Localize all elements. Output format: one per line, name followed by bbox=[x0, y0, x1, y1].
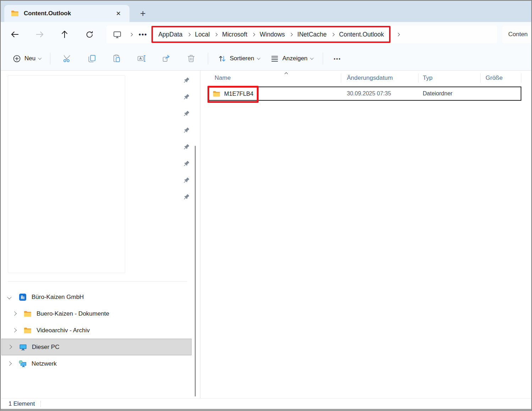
annotation-box-breadcrumb: AppData Local Microsoft Windows INetCach… bbox=[151, 26, 390, 43]
sort-button-label: Sortieren bbox=[230, 55, 254, 62]
pin-icon bbox=[182, 193, 190, 201]
chevron-right-icon bbox=[252, 33, 255, 36]
share-icon bbox=[162, 54, 171, 63]
file-row-m1e7flb4[interactable]: M1E7FLB4 30.09.2025 07:35 Dateiordner bbox=[208, 87, 521, 101]
chevron-right-icon bbox=[187, 33, 190, 36]
sidebar-item-netzwerk[interactable]: Netzwerk bbox=[1, 355, 200, 372]
view-button[interactable]: Anzeigen bbox=[265, 51, 318, 66]
back-button[interactable] bbox=[7, 27, 23, 42]
breadcrumb-item-appdata[interactable]: AppData bbox=[158, 31, 182, 38]
sort-arrows-icon bbox=[218, 54, 227, 63]
column-header-modified[interactable]: Änderungsdatum bbox=[341, 71, 419, 85]
sidebar-item-label: Netzwerk bbox=[32, 360, 57, 367]
sidebar-item-label: Dieser PC bbox=[32, 344, 59, 351]
monitor-icon bbox=[113, 30, 122, 39]
sort-button[interactable]: Sortieren bbox=[212, 51, 265, 66]
chevron-down-icon bbox=[257, 56, 260, 60]
new-button[interactable]: Neu bbox=[8, 51, 46, 66]
plus-icon: + bbox=[140, 8, 146, 19]
folder-icon bbox=[23, 310, 32, 318]
network-icon bbox=[18, 360, 27, 368]
tab-close-button[interactable]: ✕ bbox=[114, 9, 123, 18]
rename-button[interactable] bbox=[129, 51, 154, 66]
file-type: Dateiordner bbox=[419, 90, 481, 97]
breadcrumb-item-microsoft[interactable]: Microsoft bbox=[222, 31, 247, 38]
sidebar-item-label: Buero-Kaizen - Dokumente bbox=[37, 310, 109, 317]
chevron-right-icon[interactable] bbox=[12, 328, 16, 332]
sidebar-item-label: Videoarchiv - Archiv bbox=[37, 327, 90, 334]
refresh-button[interactable] bbox=[82, 27, 97, 42]
chevron-down-icon bbox=[310, 56, 314, 60]
chevron-right-icon[interactable] bbox=[7, 345, 12, 349]
chevron-right-icon bbox=[129, 33, 133, 36]
list-lines-icon bbox=[270, 54, 279, 63]
status-bar: 1 Element bbox=[1, 398, 531, 409]
tab-content-outlook[interactable]: Content.Outlook ✕ bbox=[4, 5, 129, 22]
sidebar-item-dieser-pc[interactable]: Dieser PC bbox=[1, 339, 192, 355]
command-bar: Neu bbox=[1, 47, 531, 71]
navigation-bar: ••• AppData Local Microsoft Windows INet… bbox=[1, 22, 531, 47]
sidebar-item-buero-kaizen-dokumente[interactable]: Buero-Kaizen - Dokumente bbox=[1, 305, 200, 322]
sidebar-item-buero-kaizen-gmbh[interactable]: Büro-Kaizen GmbH bbox=[1, 289, 200, 305]
delete-button[interactable] bbox=[179, 51, 204, 66]
scissors-icon bbox=[62, 54, 72, 63]
column-header-type[interactable]: Typ bbox=[419, 71, 481, 85]
sidebar-divider bbox=[8, 281, 187, 282]
breadcrumb-item-inetcache[interactable]: INetCache bbox=[297, 31, 327, 38]
cut-button[interactable] bbox=[55, 51, 79, 66]
share-button[interactable] bbox=[154, 51, 179, 66]
column-header-size[interactable]: Größe bbox=[481, 71, 521, 85]
copy-icon bbox=[87, 54, 96, 63]
arrow-right-icon bbox=[35, 30, 44, 39]
breadcrumb-bar: ••• AppData Local Microsoft Windows INet… bbox=[106, 26, 497, 43]
file-list-pane: Name Änderungsdatum Typ Größe M1E7FLB4 3… bbox=[200, 71, 531, 398]
file-name: M1E7FLB4 bbox=[224, 90, 254, 97]
paste-button[interactable] bbox=[104, 51, 129, 66]
pin-icon bbox=[182, 93, 190, 101]
organization-icon bbox=[18, 293, 27, 301]
toolbar-divider bbox=[208, 52, 208, 65]
more-options-button[interactable]: ••• bbox=[327, 51, 348, 66]
refresh-icon bbox=[85, 30, 94, 39]
folder-icon bbox=[11, 9, 19, 18]
breadcrumb-item-windows[interactable]: Windows bbox=[260, 31, 285, 38]
folder-icon bbox=[23, 326, 32, 335]
arrow-left-icon bbox=[10, 30, 20, 39]
close-icon: ✕ bbox=[116, 10, 121, 17]
up-button[interactable] bbox=[57, 27, 72, 42]
chevron-down-icon bbox=[38, 56, 41, 60]
chevron-right-icon bbox=[289, 33, 293, 36]
pin-icon bbox=[182, 143, 190, 151]
navigation-pane: Büro-Kaizen GmbH Buero-Kaizen - Dokument… bbox=[1, 71, 200, 398]
toolbar-divider bbox=[323, 52, 323, 65]
search-input[interactable]: Conten bbox=[502, 26, 531, 43]
chevron-right-icon[interactable] bbox=[12, 311, 16, 316]
breadcrumb-item-content-outlook[interactable]: Content.Outlook bbox=[339, 31, 384, 38]
file-explorer-window: Content.Outlook ✕ + ••• AppData bbox=[0, 0, 532, 411]
chevron-right-icon bbox=[331, 33, 335, 36]
chevron-right-icon bbox=[214, 33, 218, 36]
column-header-name[interactable]: Name bbox=[208, 71, 341, 85]
ellipsis-icon: ••• bbox=[139, 31, 147, 38]
tab-bar: Content.Outlook ✕ + bbox=[1, 1, 531, 22]
search-placeholder: Conten bbox=[508, 31, 528, 38]
column-headers: Name Änderungsdatum Typ Größe bbox=[208, 71, 531, 85]
rename-icon bbox=[137, 54, 146, 63]
folder-icon bbox=[212, 90, 221, 98]
breadcrumb-root[interactable] bbox=[112, 29, 122, 39]
pin-icon bbox=[182, 160, 190, 168]
pin-icon bbox=[182, 177, 190, 184]
chevron-right-icon[interactable] bbox=[7, 361, 11, 366]
breadcrumb-overflow-button[interactable]: ••• bbox=[139, 31, 147, 38]
view-button-label: Anzeigen bbox=[282, 55, 307, 62]
copy-button[interactable] bbox=[79, 51, 104, 66]
chevron-right-icon bbox=[397, 33, 400, 36]
new-tab-button[interactable]: + bbox=[140, 8, 146, 19]
sidebar-item-videoarchiv-archiv[interactable]: Videoarchiv - Archiv bbox=[1, 322, 200, 339]
plus-circle-icon bbox=[12, 54, 21, 63]
pin-icon bbox=[182, 127, 190, 134]
chevron-down-icon[interactable] bbox=[7, 295, 11, 299]
arrow-up-icon bbox=[60, 30, 69, 39]
forward-button[interactable] bbox=[32, 27, 48, 42]
breadcrumb-item-local[interactable]: Local bbox=[195, 31, 210, 38]
